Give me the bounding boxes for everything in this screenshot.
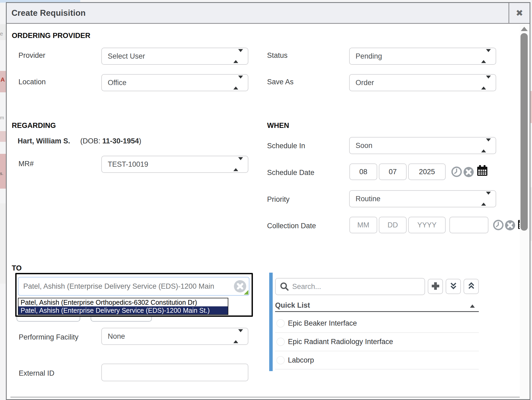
- collection-day-input[interactable]: [379, 217, 407, 233]
- collapse-all-button[interactable]: [464, 279, 479, 294]
- quick-list-item[interactable]: Epic Radiant Radiology Interface: [276, 336, 479, 347]
- dialog-header: Create Requisition ✖: [7, 3, 530, 24]
- dob-value: 11-30-1954: [102, 137, 139, 145]
- row-divider: [275, 332, 479, 333]
- provider-select[interactable]: Select User: [101, 48, 248, 65]
- save-as-select-value: Order: [356, 79, 374, 87]
- collection-month-input[interactable]: [349, 217, 377, 233]
- chevron-updown-icon: [233, 160, 243, 169]
- external-id-input[interactable]: [101, 364, 248, 381]
- schedule-year-input[interactable]: [408, 163, 446, 180]
- provider-label: Provider: [18, 51, 45, 60]
- performing-facility-select[interactable]: None: [101, 328, 248, 345]
- radio-circle-icon: [276, 319, 285, 327]
- search-icon: [279, 281, 290, 293]
- dialog-body: ORDERING PROVIDER Provider Select User S…: [7, 25, 529, 399]
- quick-list-item-label: Labcorp: [288, 356, 314, 364]
- when-heading: WHEN: [267, 121, 289, 130]
- performing-facility-select-value: None: [108, 332, 125, 341]
- collection-time-clock-icon[interactable]: [493, 219, 504, 232]
- mr-select-value: TEST-10019: [108, 160, 148, 169]
- quick-list-item-label: Epic Beaker Interface: [288, 319, 357, 327]
- status-select[interactable]: Pending: [349, 48, 496, 65]
- close-icon: ✖: [516, 8, 523, 18]
- plus-icon: [430, 281, 441, 292]
- collapse-section-icon[interactable]: [470, 304, 475, 308]
- scrollbar-thumb[interactable]: [521, 33, 528, 231]
- mr-label: MR#: [18, 160, 34, 168]
- panel-accent-bar: [269, 273, 273, 371]
- collection-time-input[interactable]: [449, 217, 488, 233]
- expand-all-button[interactable]: [446, 279, 461, 294]
- mr-select[interactable]: TEST-10019: [101, 156, 248, 173]
- schedule-date-label: Schedule Date: [267, 169, 314, 177]
- collection-date-label: Collection Date: [267, 222, 316, 230]
- quick-list-item[interactable]: Epic Beaker Interface: [276, 318, 479, 329]
- quick-list-item-label: Epic Radiant Radiology Interface: [288, 338, 393, 346]
- suggestion-item[interactable]: Patel, Ashish (Enterprise Orthopedics-63…: [18, 298, 228, 306]
- external-id-label: External ID: [19, 369, 55, 378]
- recipient-input-wrap: [18, 277, 249, 296]
- chevron-updown-icon: [481, 142, 491, 150]
- location-label: Location: [18, 78, 46, 86]
- double-chevron-up-icon: [467, 281, 476, 292]
- to-heading: TO: [12, 264, 22, 272]
- close-button[interactable]: ✖: [508, 3, 530, 23]
- chevron-updown-icon: [233, 332, 243, 341]
- dob-label: (DOB:: [80, 137, 100, 145]
- recipient-focus-box: Patel, Ashish (Enterprise Orthopedics-63…: [15, 273, 253, 317]
- double-chevron-down-icon: [449, 281, 458, 292]
- dialog-title: Create Requisition: [11, 8, 86, 18]
- chevron-updown-icon: [481, 79, 491, 87]
- search-input[interactable]: [275, 278, 425, 295]
- add-button[interactable]: [428, 279, 443, 294]
- row-divider: [275, 369, 479, 369]
- vertical-scrollbar[interactable]: [520, 25, 529, 399]
- patient-line: Hart, William S.(DOB: 11-30-1954): [18, 137, 141, 145]
- dob-close: ): [139, 137, 141, 145]
- schedule-day-input[interactable]: [379, 163, 407, 180]
- schedule-in-select-value: Soon: [356, 142, 372, 150]
- recipient-input[interactable]: [18, 277, 249, 296]
- patient-name: Hart, William S.: [18, 137, 70, 145]
- quick-list-item[interactable]: Labcorp: [276, 355, 479, 365]
- status-select-value: Pending: [356, 52, 382, 60]
- location-select[interactable]: Office: [101, 74, 248, 91]
- directory-search: [275, 278, 425, 295]
- ordering-provider-heading: ORDERING PROVIDER: [12, 32, 90, 40]
- chevron-updown-icon: [233, 79, 243, 87]
- create-requisition-dialog: Create Requisition ✖ ORDERING PROVIDER P…: [6, 2, 530, 400]
- location-select-value: Office: [108, 79, 126, 87]
- schedule-date-calendar-icon[interactable]: [476, 165, 488, 178]
- quick-list-heading: Quick List: [275, 301, 310, 310]
- provider-select-value: Select User: [108, 52, 145, 60]
- schedule-in-label: Schedule In: [267, 142, 305, 150]
- regarding-heading: REGARDING: [12, 121, 56, 130]
- row-divider: [275, 351, 479, 351]
- schedule-time-clock-icon[interactable]: [451, 166, 462, 178]
- footer-divider: [10, 397, 520, 398]
- performing-facility-label: Performing Facility: [19, 331, 86, 343]
- radio-circle-icon: [276, 338, 285, 346]
- chevron-updown-icon: [481, 195, 491, 203]
- schedule-date-clear-icon[interactable]: [464, 167, 474, 178]
- collection-year-input[interactable]: [408, 217, 446, 233]
- save-as-label: Save As: [267, 78, 294, 86]
- priority-select-value: Routine: [356, 195, 380, 203]
- schedule-month-input[interactable]: [349, 163, 377, 180]
- collection-date-clear-icon[interactable]: [505, 220, 515, 231]
- chevron-updown-icon: [233, 52, 243, 60]
- suggestion-item-selected[interactable]: Patel, Ashish (Enterprise Delivery Servi…: [18, 306, 228, 314]
- recipient-suggestions: Patel, Ashish (Enterprise Orthopedics-63…: [18, 298, 228, 315]
- priority-select[interactable]: Routine: [349, 190, 496, 207]
- quick-list-underline: [275, 311, 479, 312]
- radio-circle-icon: [276, 356, 285, 364]
- resize-grip-icon[interactable]: [244, 290, 248, 295]
- priority-label: Priority: [267, 195, 290, 204]
- schedule-in-select[interactable]: Soon: [349, 137, 496, 154]
- status-label: Status: [267, 51, 288, 60]
- chevron-updown-icon: [481, 52, 491, 60]
- scroll-up-arrow-icon[interactable]: [521, 27, 528, 31]
- save-as-select[interactable]: Order: [349, 74, 496, 91]
